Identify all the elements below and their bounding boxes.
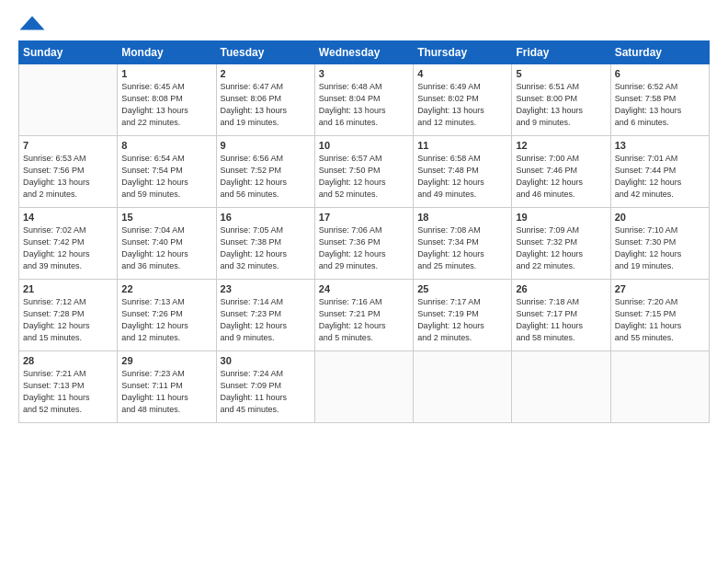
calendar-header-tuesday: Tuesday <box>216 41 314 64</box>
day-info: Sunrise: 6:58 AM Sunset: 7:48 PM Dayligh… <box>417 153 507 201</box>
day-number: 23 <box>221 283 311 294</box>
day-number: 12 <box>516 140 606 151</box>
day-number: 20 <box>615 212 705 223</box>
calendar-cell <box>314 351 413 423</box>
day-number: 8 <box>121 140 211 151</box>
day-number: 29 <box>121 355 211 366</box>
calendar-header-saturday: Saturday <box>610 41 709 64</box>
day-number: 11 <box>417 140 507 151</box>
calendar-cell <box>512 351 610 423</box>
calendar-cell: 5Sunrise: 6:51 AM Sunset: 8:00 PM Daylig… <box>512 64 610 136</box>
calendar-cell: 30Sunrise: 7:24 AM Sunset: 7:09 PM Dayli… <box>216 351 314 423</box>
day-number: 4 <box>417 68 507 79</box>
calendar-cell: 13Sunrise: 7:01 AM Sunset: 7:44 PM Dayli… <box>610 136 709 208</box>
day-number: 10 <box>319 140 409 151</box>
calendar-cell: 9Sunrise: 6:56 AM Sunset: 7:52 PM Daylig… <box>216 136 314 208</box>
calendar-cell: 19Sunrise: 7:09 AM Sunset: 7:32 PM Dayli… <box>512 208 610 280</box>
calendar-cell: 7Sunrise: 6:53 AM Sunset: 7:56 PM Daylig… <box>19 136 118 208</box>
day-info: Sunrise: 6:49 AM Sunset: 8:02 PM Dayligh… <box>417 81 507 129</box>
day-number: 27 <box>615 283 705 294</box>
calendar-cell: 23Sunrise: 7:14 AM Sunset: 7:23 PM Dayli… <box>216 280 314 351</box>
day-info: Sunrise: 7:24 AM Sunset: 7:09 PM Dayligh… <box>221 368 311 416</box>
day-number: 24 <box>319 283 409 294</box>
calendar-cell: 29Sunrise: 7:23 AM Sunset: 7:11 PM Dayli… <box>118 351 216 423</box>
calendar-cell: 28Sunrise: 7:21 AM Sunset: 7:13 PM Dayli… <box>19 351 118 423</box>
day-info: Sunrise: 7:16 AM Sunset: 7:21 PM Dayligh… <box>319 296 409 344</box>
day-info: Sunrise: 7:13 AM Sunset: 7:26 PM Dayligh… <box>121 296 211 344</box>
calendar-cell: 12Sunrise: 7:00 AM Sunset: 7:46 PM Dayli… <box>512 136 610 208</box>
day-number: 30 <box>221 355 311 366</box>
day-info: Sunrise: 7:05 AM Sunset: 7:38 PM Dayligh… <box>221 224 311 272</box>
calendar-cell <box>610 351 709 423</box>
day-number: 17 <box>319 212 409 223</box>
calendar: SundayMondayTuesdayWednesdayThursdayFrid… <box>18 40 710 423</box>
day-number: 22 <box>121 283 211 294</box>
day-number: 13 <box>615 140 705 151</box>
day-info: Sunrise: 6:53 AM Sunset: 7:56 PM Dayligh… <box>23 153 113 201</box>
calendar-cell: 27Sunrise: 7:20 AM Sunset: 7:15 PM Dayli… <box>610 280 709 351</box>
day-info: Sunrise: 7:20 AM Sunset: 7:15 PM Dayligh… <box>615 296 705 344</box>
calendar-cell: 2Sunrise: 6:47 AM Sunset: 8:06 PM Daylig… <box>216 64 314 136</box>
day-info: Sunrise: 7:10 AM Sunset: 7:30 PM Dayligh… <box>615 224 705 272</box>
day-number: 1 <box>121 68 211 79</box>
day-info: Sunrise: 6:56 AM Sunset: 7:52 PM Dayligh… <box>221 153 311 201</box>
calendar-header-row: SundayMondayTuesdayWednesdayThursdayFrid… <box>19 41 710 64</box>
day-number: 7 <box>23 140 113 151</box>
day-number: 2 <box>221 68 311 79</box>
day-info: Sunrise: 7:23 AM Sunset: 7:11 PM Dayligh… <box>121 368 211 416</box>
calendar-cell: 21Sunrise: 7:12 AM Sunset: 7:28 PM Dayli… <box>19 280 118 351</box>
day-info: Sunrise: 7:00 AM Sunset: 7:46 PM Dayligh… <box>516 153 606 201</box>
day-info: Sunrise: 7:01 AM Sunset: 7:44 PM Dayligh… <box>615 153 705 201</box>
calendar-week-0: 1Sunrise: 6:45 AM Sunset: 8:08 PM Daylig… <box>19 64 710 136</box>
day-number: 14 <box>23 212 113 223</box>
calendar-cell: 25Sunrise: 7:17 AM Sunset: 7:19 PM Dayli… <box>414 280 512 351</box>
logo-icon <box>18 15 46 31</box>
day-info: Sunrise: 7:06 AM Sunset: 7:36 PM Dayligh… <box>319 224 409 272</box>
calendar-cell: 3Sunrise: 6:48 AM Sunset: 8:04 PM Daylig… <box>314 64 413 136</box>
day-info: Sunrise: 7:04 AM Sunset: 7:40 PM Dayligh… <box>121 224 211 272</box>
calendar-cell: 8Sunrise: 6:54 AM Sunset: 7:54 PM Daylig… <box>118 136 216 208</box>
day-number: 26 <box>516 283 606 294</box>
day-number: 15 <box>121 212 211 223</box>
header <box>18 15 710 31</box>
day-info: Sunrise: 6:51 AM Sunset: 8:00 PM Dayligh… <box>516 81 606 129</box>
calendar-cell: 14Sunrise: 7:02 AM Sunset: 7:42 PM Dayli… <box>19 208 118 280</box>
day-number: 18 <box>417 212 507 223</box>
day-info: Sunrise: 6:52 AM Sunset: 7:58 PM Dayligh… <box>615 81 705 129</box>
calendar-cell: 16Sunrise: 7:05 AM Sunset: 7:38 PM Dayli… <box>216 208 314 280</box>
day-info: Sunrise: 6:57 AM Sunset: 7:50 PM Dayligh… <box>319 153 409 201</box>
calendar-cell: 24Sunrise: 7:16 AM Sunset: 7:21 PM Dayli… <box>314 280 413 351</box>
day-number: 21 <box>23 283 113 294</box>
calendar-cell: 11Sunrise: 6:58 AM Sunset: 7:48 PM Dayli… <box>414 136 512 208</box>
calendar-cell: 6Sunrise: 6:52 AM Sunset: 7:58 PM Daylig… <box>610 64 709 136</box>
calendar-cell: 10Sunrise: 6:57 AM Sunset: 7:50 PM Dayli… <box>314 136 413 208</box>
calendar-cell: 17Sunrise: 7:06 AM Sunset: 7:36 PM Dayli… <box>314 208 413 280</box>
day-info: Sunrise: 6:47 AM Sunset: 8:06 PM Dayligh… <box>221 81 311 129</box>
calendar-cell: 1Sunrise: 6:45 AM Sunset: 8:08 PM Daylig… <box>118 64 216 136</box>
day-number: 28 <box>23 355 113 366</box>
calendar-cell <box>414 351 512 423</box>
calendar-week-1: 7Sunrise: 6:53 AM Sunset: 7:56 PM Daylig… <box>19 136 710 208</box>
day-number: 9 <box>221 140 311 151</box>
calendar-cell <box>19 64 118 136</box>
day-info: Sunrise: 6:48 AM Sunset: 8:04 PM Dayligh… <box>319 81 409 129</box>
day-info: Sunrise: 7:12 AM Sunset: 7:28 PM Dayligh… <box>23 296 113 344</box>
day-number: 5 <box>516 68 606 79</box>
calendar-header-thursday: Thursday <box>414 41 512 64</box>
calendar-cell: 26Sunrise: 7:18 AM Sunset: 7:17 PM Dayli… <box>512 280 610 351</box>
calendar-header-monday: Monday <box>118 41 216 64</box>
page: SundayMondayTuesdayWednesdayThursdayFrid… <box>0 0 728 563</box>
calendar-cell: 20Sunrise: 7:10 AM Sunset: 7:30 PM Dayli… <box>610 208 709 280</box>
day-info: Sunrise: 7:14 AM Sunset: 7:23 PM Dayligh… <box>221 296 311 344</box>
calendar-header-wednesday: Wednesday <box>314 41 413 64</box>
calendar-header-friday: Friday <box>512 41 610 64</box>
day-info: Sunrise: 7:21 AM Sunset: 7:13 PM Dayligh… <box>23 368 113 416</box>
calendar-week-3: 21Sunrise: 7:12 AM Sunset: 7:28 PM Dayli… <box>19 280 710 351</box>
day-info: Sunrise: 6:54 AM Sunset: 7:54 PM Dayligh… <box>121 153 211 201</box>
logo <box>18 15 50 31</box>
calendar-header-sunday: Sunday <box>19 41 118 64</box>
day-info: Sunrise: 7:18 AM Sunset: 7:17 PM Dayligh… <box>516 296 606 344</box>
calendar-week-2: 14Sunrise: 7:02 AM Sunset: 7:42 PM Dayli… <box>19 208 710 280</box>
calendar-cell: 15Sunrise: 7:04 AM Sunset: 7:40 PM Dayli… <box>118 208 216 280</box>
day-number: 3 <box>319 68 409 79</box>
